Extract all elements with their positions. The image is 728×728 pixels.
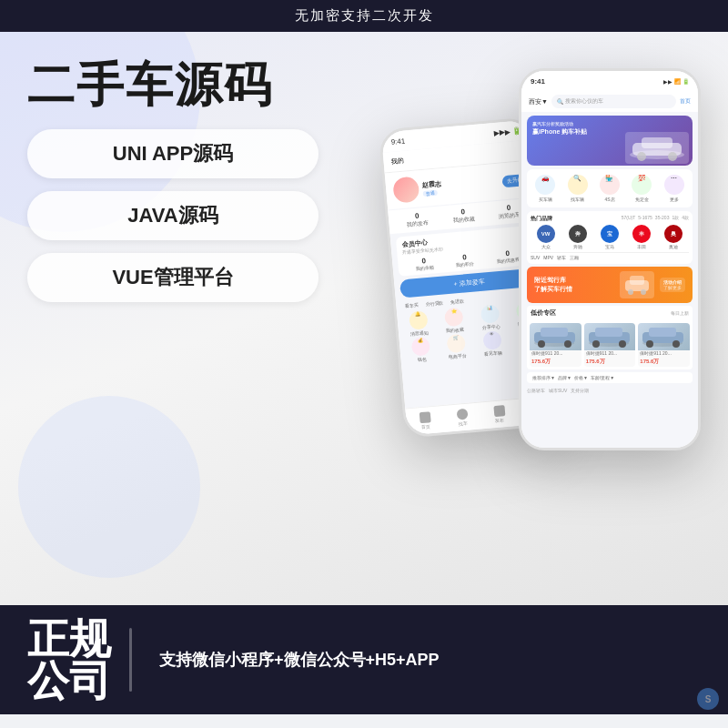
car-type-tabs: 公路轿车 城市SUV 支持分期 (521, 385, 698, 396)
svg-point-22 (646, 340, 653, 348)
phone-right: 9:41 ▶▶📶🔋 西安▼ 🔍 搜索你心仪的车 首页 (519, 68, 701, 450)
bg-circle-2 (18, 396, 200, 578)
phone-right-time: 9:41 (531, 77, 545, 86)
menu-item-4[interactable]: 💰 钱包 (403, 336, 440, 363)
watermark-icon: S (697, 688, 719, 710)
svg-rect-16 (595, 328, 622, 337)
icon-4s[interactable]: 🏪 4S店 (595, 175, 624, 202)
phone-brand-row: 热门品牌 57(U)T5-167535-2031款4款 VW 大众 奔 奔驰 (527, 211, 693, 264)
filter-0[interactable]: 推荐排序▼ (532, 375, 555, 380)
tab-0[interactable]: 看车买 (401, 300, 421, 311)
menu-item-5[interactable]: 🛒 电商平台 (439, 333, 475, 360)
bottom-section: 正规 公司 支持微信小程序+微信公众号+H5+APP S (0, 605, 728, 714)
svg-rect-21 (649, 328, 676, 337)
tab-2[interactable]: 免进款 (448, 296, 468, 307)
left-content: 二手车源码 UNI APP源码 JAVA源码 VUE管理平台 (27, 59, 373, 302)
nav-find[interactable]: 找车 (456, 409, 469, 427)
car-card-0[interactable]: 保时捷911 20... 175.6万 (530, 323, 581, 367)
watermark: S (697, 688, 719, 710)
brand-audi[interactable]: 奥 奥迪 (659, 225, 689, 249)
car-card-1[interactable]: 保时捷911 20... 175.6万 (584, 323, 636, 367)
phone-location[interactable]: 西安▼ (529, 97, 548, 106)
promo-text: 附近驾行库 了解买车行情 (534, 276, 572, 294)
menu-item-1[interactable]: ⭐ 我的收藏 (436, 307, 472, 334)
right-status-icons: ▶▶📶🔋 (663, 78, 689, 85)
svg-rect-6 (630, 276, 644, 285)
phones-container: 9:41 ▶▶▶ 🔋 我的 赵霞志 普通 去升级 (373, 50, 719, 578)
phone-search-bar[interactable]: 🔍 搜索你心仪的车 (551, 95, 676, 108)
svg-point-13 (564, 340, 571, 348)
brand-bmw[interactable]: 宝 宝马 (594, 225, 624, 249)
phone-stat-2: 0 浏览的车 (498, 203, 521, 221)
icon-more[interactable]: ⋯ 更多 (660, 175, 689, 202)
svg-point-23 (672, 340, 680, 348)
bottom-text-2: 公司 (27, 660, 111, 702)
phone-left-header-label: 我的 (390, 157, 404, 167)
main-title: 二手车源码 (27, 59, 373, 111)
phone-car-cards: 保时捷911 20... 175.6万 (527, 320, 693, 369)
phone-brand-grid: VW 大众 奔 奔驰 宝 宝马 丰 丰田 (531, 225, 689, 249)
svg-point-18 (619, 340, 626, 348)
phone-filter-row: 推荐排序▼ 品牌▼ 价格▼ 车龄/里程▼ (527, 372, 693, 383)
phone-avatar (392, 176, 420, 203)
bottom-right-text: 支持微信小程序+微信公众号+H5+APP (159, 649, 440, 671)
phone-right-screen: 9:41 ▶▶📶🔋 西安▼ 🔍 搜索你心仪的车 首页 (521, 71, 698, 448)
svg-point-8 (641, 289, 646, 295)
support-text: 支持微信小程序+微信公众号+H5+APP (159, 649, 440, 671)
filter-1[interactable]: 品牌▼ (558, 375, 571, 380)
home-tab[interactable]: 首页 (680, 97, 691, 106)
divider (129, 628, 132, 692)
filter-2[interactable]: 价格▼ (574, 375, 588, 380)
feature-item-vue: VUE管理平台 (27, 253, 318, 302)
svg-point-12 (538, 340, 545, 348)
banner-text: 赢汽车分析奖励活动 赢iPhone 购车补贴 (532, 121, 587, 136)
filter-3[interactable]: 车龄/里程▼ (591, 375, 614, 380)
icon-buy-car[interactable]: 🚗 买车辆 (531, 175, 560, 202)
svg-rect-2 (642, 137, 672, 148)
phone-right-status-bar: 9:41 ▶▶📶🔋 (521, 71, 698, 91)
phone-left-signal: ▶▶▶ 🔋 (494, 126, 522, 137)
phone-icon-grid: 🚗 买车辆 🔍 找车辆 🏪 4S店 💯 免定金 (527, 169, 693, 207)
top-banner: 无加密支持二次开发 (0, 0, 728, 32)
feature-item-uniapp: UNI APP源码 (27, 129, 318, 178)
bottom-left-text: 正规 公司 (27, 618, 111, 702)
phone-user-name: 赵霞志 (422, 179, 442, 190)
svg-rect-11 (541, 328, 568, 337)
svg-point-3 (637, 152, 646, 161)
user-tag: 普通 (422, 189, 437, 196)
phone-banner: 赢汽车分析奖励活动 赢iPhone 购车补贴 (527, 116, 693, 166)
nav-publish[interactable]: 发布 (493, 405, 506, 423)
phone-stat-0: 0 我的发布 (406, 211, 429, 229)
brand-vw[interactable]: VW 大众 (531, 225, 561, 249)
feature-list: UNI APP源码 JAVA源码 VUE管理平台 (27, 129, 373, 302)
svg-point-4 (668, 152, 677, 161)
icon-find-car[interactable]: 🔍 找车辆 (562, 175, 592, 202)
brand-benz[interactable]: 奔 奔驰 (562, 225, 592, 249)
phone-stat-1: 0 我的收藏 (451, 207, 474, 225)
tab-1[interactable]: 分行贷款 (422, 298, 447, 308)
phone-left-time: 9:41 (390, 136, 405, 146)
sale-title: 低价专区 (531, 308, 556, 318)
phone-center-box: 会员中心 开通享受全站无水印 0 我的余额 0 我的积分 0 (396, 226, 537, 277)
phone-right-header: 西安▼ 🔍 搜索你心仪的车 首页 (521, 91, 698, 112)
bottom-text-1: 正规 (27, 618, 111, 660)
menu-item-0[interactable]: 🔔 消息通知 (400, 309, 437, 337)
svg-point-17 (592, 340, 600, 348)
phone-promo-banner: 附近驾行库 了解买车行情 活动介绍 了解更多 (527, 267, 693, 303)
nav-home[interactable]: 首页 (419, 411, 431, 430)
main-area: 二手车源码 UNI APP源码 JAVA源码 VUE管理平台 9:41 ▶▶▶ … (0, 32, 728, 714)
svg-point-7 (628, 289, 633, 295)
top-banner-text: 无加密支持二次开发 (295, 7, 434, 23)
banner-car-image (625, 132, 689, 164)
menu-item-2[interactable]: 📊 分享中心 (472, 304, 509, 331)
car-card-2[interactable]: 保时捷911 20... 175.6万 (638, 323, 690, 367)
brand-toyota[interactable]: 丰 丰田 (627, 225, 657, 249)
icon-free[interactable]: 💯 免定金 (627, 175, 656, 202)
feature-item-java: JAVA源码 (27, 191, 318, 240)
menu-item-6[interactable]: 👁 看见车辆 (474, 329, 511, 357)
sale-sub: 每日上新 (671, 310, 689, 316)
